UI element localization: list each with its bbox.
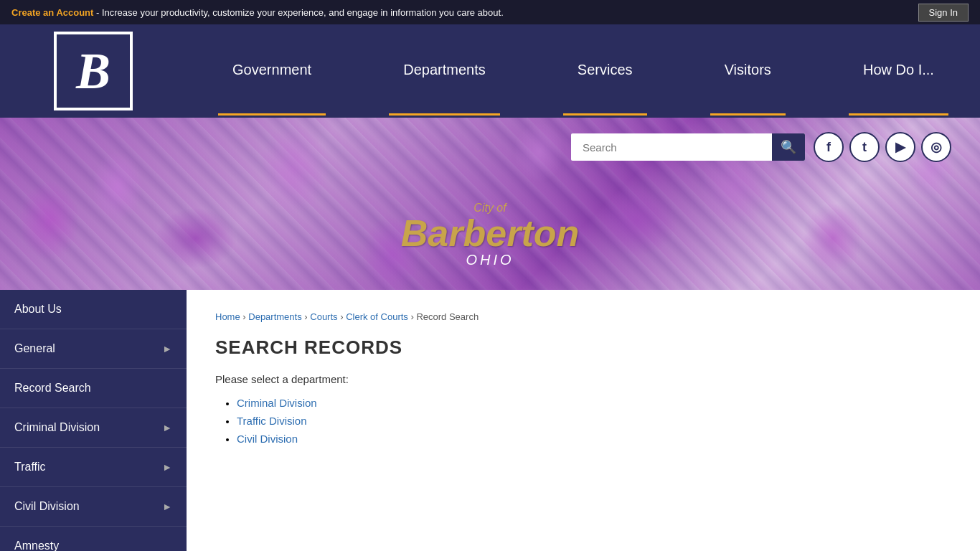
breadcrumb-departments[interactable]: Departments <box>248 311 301 322</box>
nav-item-government[interactable]: Government <box>218 24 326 118</box>
nav-item-departments[interactable]: Departments <box>389 24 500 118</box>
breadcrumb: Home › Departments › Courts › Clerk of C… <box>215 311 951 322</box>
nav-item-how-do-i[interactable]: How Do I... <box>849 24 948 118</box>
sidebar-item-traffic[interactable]: Traffic ► <box>0 448 187 487</box>
logo-box[interactable]: B <box>0 24 187 118</box>
banner-message: Create an Account - Increase your produc… <box>11 7 504 18</box>
sidebar: About Us General ► Record Search Crimina… <box>0 290 187 551</box>
content-area: Home › Departments › Courts › Clerk of C… <box>187 290 980 551</box>
sidebar-item-label: Record Search <box>14 382 91 395</box>
list-item: Criminal Division <box>237 397 951 409</box>
sidebar-item-label: General <box>14 342 55 355</box>
chevron-right-icon: ► <box>162 501 172 512</box>
sidebar-item-general[interactable]: General ► <box>0 329 187 369</box>
breadcrumb-current: Record Search <box>416 311 479 322</box>
youtube-icon[interactable]: ▶ <box>885 132 915 162</box>
chevron-right-icon: ► <box>162 422 172 433</box>
search-box: 🔍 <box>571 133 805 161</box>
nav-item-services[interactable]: Services <box>563 24 647 118</box>
sidebar-item-criminal-division[interactable]: Criminal Division ► <box>0 408 187 448</box>
main-nav: Government Departments Services Visitors… <box>187 24 980 118</box>
twitter-icon[interactable]: t <box>849 132 880 162</box>
page-title: Search Records <box>215 336 951 359</box>
sidebar-item-label: Criminal Division <box>14 421 100 434</box>
chevron-right-icon: ► <box>162 461 172 473</box>
sidebar-item-label: Amnesty <box>14 540 59 551</box>
search-button[interactable]: 🔍 <box>772 133 805 161</box>
sidebar-item-label: Traffic <box>14 461 46 474</box>
list-item: Civil Division <box>237 433 951 445</box>
facebook-icon[interactable]: f <box>814 132 844 162</box>
sidebar-item-amnesty[interactable]: Amnesty <box>0 527 187 551</box>
civil-division-link[interactable]: Civil Division <box>237 433 298 445</box>
state-label: OHIO <box>401 252 579 268</box>
instagram-icon[interactable]: ◎ <box>921 132 951 162</box>
top-banner: Create an Account - Increase your produc… <box>0 0 980 24</box>
chevron-right-icon: ► <box>162 343 172 354</box>
city-name-label: Barberton <box>401 215 579 252</box>
criminal-division-link[interactable]: Criminal Division <box>237 397 317 409</box>
create-account-link[interactable]: Create an Account <box>11 7 93 18</box>
breadcrumb-courts[interactable]: Courts <box>310 311 337 322</box>
sidebar-item-label: Civil Division <box>14 500 80 513</box>
select-department-text: Please select a department: <box>215 373 951 385</box>
main-content: About Us General ► Record Search Crimina… <box>0 290 980 551</box>
hero-banner: 🔍 f t ▶ ◎ City of Barberton OHIO <box>0 118 980 290</box>
sign-in-button[interactable]: Sign In <box>918 4 969 22</box>
social-icons: f t ▶ ◎ <box>814 132 951 162</box>
department-list: Criminal Division Traffic Division Civil… <box>215 397 951 445</box>
sidebar-item-label: About Us <box>14 303 62 316</box>
breadcrumb-clerk-of-courts[interactable]: Clerk of Courts <box>346 311 408 322</box>
list-item: Traffic Division <box>237 415 951 427</box>
sidebar-item-civil-division[interactable]: Civil Division ► <box>0 487 187 527</box>
search-area: 🔍 f t ▶ ◎ <box>571 132 951 162</box>
traffic-division-link[interactable]: Traffic Division <box>237 415 307 427</box>
sidebar-item-about-us[interactable]: About Us <box>0 290 187 329</box>
sidebar-item-record-search[interactable]: Record Search <box>0 369 187 408</box>
search-input[interactable] <box>571 136 772 159</box>
barberton-logo: City of Barberton OHIO <box>401 202 579 268</box>
nav-item-visitors[interactable]: Visitors <box>710 24 786 118</box>
breadcrumb-home[interactable]: Home <box>215 311 240 322</box>
header-nav: B Government Departments Services Visito… <box>0 24 980 118</box>
banner-text: - Increase your productivity, customize … <box>93 7 503 18</box>
logo: B <box>54 32 133 110</box>
